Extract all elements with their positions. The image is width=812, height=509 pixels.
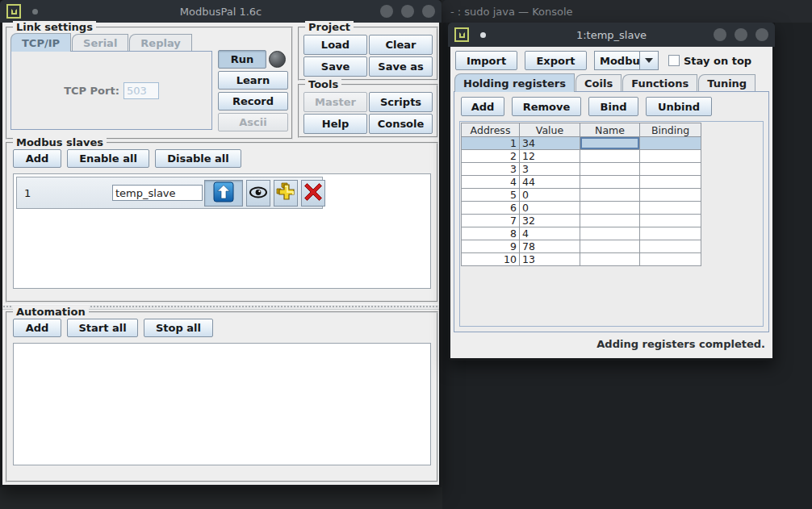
console-button[interactable]: Console bbox=[369, 114, 433, 134]
register-address-cell[interactable]: 2 bbox=[461, 150, 520, 163]
temp-slave-titlebar[interactable]: 1:temp_slave bbox=[448, 23, 775, 47]
slave-add-register-button[interactable] bbox=[274, 180, 298, 207]
column-header-address[interactable]: Address bbox=[461, 123, 520, 137]
register-value-cell[interactable]: 32 bbox=[520, 215, 580, 227]
disable-all-button[interactable]: Disable all bbox=[155, 149, 241, 168]
register-address-cell[interactable]: 8 bbox=[461, 227, 520, 240]
register-binding-cell[interactable] bbox=[640, 150, 701, 163]
tab-holding-registers[interactable]: Holding registers bbox=[454, 73, 575, 92]
start-all-button[interactable]: Start all bbox=[67, 319, 138, 337]
modbuspal-titlebar[interactable]: ModbusPal 1.6c bbox=[0, 0, 442, 23]
slave-delete-button[interactable] bbox=[301, 180, 325, 207]
register-binding-cell[interactable] bbox=[640, 202, 701, 215]
slave-enabled-toggle[interactable] bbox=[204, 180, 243, 207]
maximize-button[interactable] bbox=[735, 28, 747, 41]
register-binding-cell[interactable] bbox=[640, 163, 701, 176]
tab-serial[interactable]: Serial bbox=[72, 34, 128, 51]
tcp-port-input[interactable] bbox=[123, 82, 159, 99]
register-name-cell[interactable] bbox=[580, 253, 640, 266]
register-remove-button[interactable]: Remove bbox=[512, 97, 581, 116]
column-header-value[interactable]: Value bbox=[520, 123, 580, 137]
run-button[interactable]: Run bbox=[218, 50, 266, 69]
minimize-button[interactable] bbox=[380, 5, 393, 18]
tab-tcpip[interactable]: TCP/IP bbox=[10, 33, 71, 52]
clear-button[interactable]: Clear bbox=[369, 35, 433, 55]
register-value-cell[interactable]: 44 bbox=[520, 176, 580, 189]
register-binding-cell[interactable] bbox=[640, 215, 701, 227]
register-row[interactable]: 50 bbox=[461, 189, 701, 202]
close-button[interactable] bbox=[755, 28, 768, 41]
slave-name-input[interactable] bbox=[112, 185, 203, 201]
window-menu-icon[interactable] bbox=[454, 27, 469, 42]
register-bind-button[interactable]: Bind bbox=[588, 97, 638, 116]
register-binding-cell[interactable] bbox=[640, 137, 701, 150]
register-name-cell[interactable] bbox=[580, 163, 640, 176]
close-button[interactable] bbox=[422, 5, 435, 18]
register-name-cell[interactable] bbox=[580, 137, 640, 150]
enable-all-button[interactable]: Enable all bbox=[67, 149, 149, 168]
register-row[interactable]: 1013 bbox=[461, 253, 701, 266]
register-row[interactable]: 84 bbox=[461, 227, 701, 240]
save-button[interactable]: Save bbox=[303, 56, 367, 77]
column-header-name[interactable]: Name bbox=[580, 123, 640, 137]
stay-on-top-checkbox[interactable] bbox=[668, 55, 680, 66]
register-value-cell[interactable]: 0 bbox=[520, 202, 580, 215]
register-binding-cell[interactable] bbox=[640, 189, 701, 202]
register-address-cell[interactable]: 9 bbox=[461, 240, 520, 253]
konsole-titlebar[interactable]: - : sudo java — Konsole bbox=[442, 0, 812, 23]
column-header-binding[interactable]: Binding bbox=[640, 123, 701, 137]
register-binding-cell[interactable] bbox=[640, 253, 701, 266]
register-add-button[interactable]: Add bbox=[461, 97, 504, 116]
register-value-cell[interactable]: 0 bbox=[520, 189, 580, 202]
slave-row[interactable]: 1 bbox=[16, 177, 323, 209]
register-value-cell[interactable]: 34 bbox=[520, 137, 580, 150]
register-name-cell[interactable] bbox=[580, 202, 640, 215]
register-address-cell[interactable]: 3 bbox=[461, 163, 520, 176]
import-button[interactable]: Import bbox=[455, 51, 517, 70]
register-name-cell[interactable] bbox=[580, 176, 640, 189]
scripts-button[interactable]: Scripts bbox=[369, 92, 433, 112]
tab-replay[interactable]: Replay bbox=[129, 34, 191, 51]
register-value-cell[interactable]: 3 bbox=[520, 163, 580, 176]
register-address-cell[interactable]: 6 bbox=[461, 202, 520, 215]
register-name-cell[interactable] bbox=[580, 240, 640, 253]
register-value-cell[interactable]: 13 bbox=[520, 253, 580, 266]
learn-button[interactable]: Learn bbox=[218, 71, 288, 90]
register-name-cell[interactable] bbox=[580, 215, 640, 227]
load-button[interactable]: Load bbox=[303, 35, 367, 55]
register-row[interactable]: 134 bbox=[461, 137, 701, 150]
stop-all-button[interactable]: Stop all bbox=[144, 319, 213, 337]
register-name-cell[interactable] bbox=[580, 227, 640, 240]
register-row[interactable]: 444 bbox=[461, 176, 701, 189]
registers-scrollpane[interactable]: Address Value Name Binding 1342123344450… bbox=[459, 121, 764, 327]
register-value-cell[interactable]: 78 bbox=[520, 240, 580, 253]
tab-tuning[interactable]: Tuning bbox=[698, 74, 755, 91]
export-button[interactable]: Export bbox=[525, 51, 587, 70]
maximize-button[interactable] bbox=[401, 5, 414, 18]
slave-show-panel-button[interactable] bbox=[246, 180, 270, 207]
register-value-cell[interactable]: 12 bbox=[520, 150, 580, 163]
register-row[interactable]: 212 bbox=[461, 150, 701, 163]
combobox-dropdown-button[interactable] bbox=[640, 52, 658, 69]
register-binding-cell[interactable] bbox=[640, 176, 701, 189]
save-as-button[interactable]: Save as bbox=[369, 56, 433, 77]
slave-add-button[interactable]: Add bbox=[13, 149, 61, 168]
register-name-cell[interactable] bbox=[580, 189, 640, 202]
register-row[interactable]: 33 bbox=[461, 163, 701, 176]
register-row[interactable]: 60 bbox=[461, 202, 701, 215]
help-button[interactable]: Help bbox=[303, 114, 367, 134]
minimize-button[interactable] bbox=[714, 28, 726, 41]
tab-functions[interactable]: Functions bbox=[622, 74, 697, 91]
window-menu-icon[interactable] bbox=[6, 4, 21, 19]
modbus-combobox[interactable]: Modbus bbox=[594, 51, 659, 70]
register-name-cell[interactable] bbox=[580, 150, 640, 163]
register-address-cell[interactable]: 10 bbox=[461, 253, 520, 266]
register-address-cell[interactable]: 7 bbox=[461, 215, 520, 227]
register-value-cell[interactable]: 4 bbox=[520, 227, 580, 240]
register-address-cell[interactable]: 1 bbox=[461, 137, 520, 150]
register-row[interactable]: 732 bbox=[461, 215, 701, 227]
register-address-cell[interactable]: 5 bbox=[461, 189, 520, 202]
register-binding-cell[interactable] bbox=[640, 227, 701, 240]
record-button[interactable]: Record bbox=[218, 92, 288, 111]
register-row[interactable]: 978 bbox=[461, 240, 701, 253]
